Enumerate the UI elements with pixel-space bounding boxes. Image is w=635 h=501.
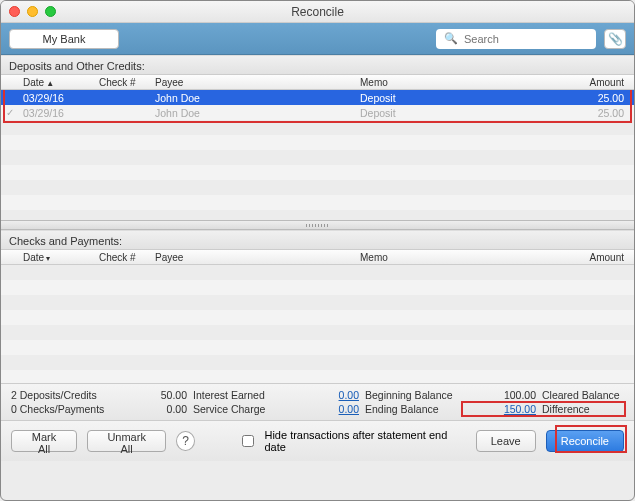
difference-label: Difference bbox=[542, 403, 635, 415]
search-icon: 🔍 bbox=[444, 32, 458, 45]
deposits-section-label: Deposits and Other Credits: bbox=[1, 55, 634, 74]
column-amount[interactable]: Amount bbox=[536, 77, 634, 88]
table-row bbox=[1, 150, 634, 165]
payments-total: 0.00 bbox=[137, 403, 187, 415]
row-amount: 25.00 bbox=[536, 92, 634, 104]
interest-value[interactable]: 0.00 bbox=[299, 389, 359, 401]
hide-transactions-label: Hide transactions after statement end da… bbox=[264, 429, 455, 453]
summary-panel: 2 Deposits/Credits 50.00 Interest Earned… bbox=[1, 383, 634, 420]
row-date: 03/29/16 bbox=[19, 92, 95, 104]
table-row bbox=[1, 120, 634, 135]
row-payee: John Doe bbox=[151, 92, 356, 104]
row-checkmark[interactable]: ✓ bbox=[1, 107, 19, 118]
table-row bbox=[1, 370, 634, 383]
deposits-total: 50.00 bbox=[137, 389, 187, 401]
table-row bbox=[1, 325, 634, 340]
window-title: Reconcile bbox=[1, 5, 634, 19]
table-row bbox=[1, 265, 634, 280]
ending-value[interactable]: 150.00 bbox=[481, 403, 536, 415]
column-memo[interactable]: Memo bbox=[356, 252, 536, 263]
beginning-label: Beginning Balance bbox=[365, 389, 475, 401]
payments-count-label: 0 Checks/Payments bbox=[11, 403, 131, 415]
hide-transactions-checkbox[interactable] bbox=[242, 435, 254, 447]
beginning-value: 100.00 bbox=[481, 389, 536, 401]
table-row[interactable]: 03/29/16John DoeDeposit25.00 bbox=[1, 90, 634, 105]
leave-button[interactable]: Leave bbox=[476, 430, 536, 452]
account-selector[interactable]: My Bank bbox=[9, 29, 119, 49]
payments-header: Date▾ Check # Payee Memo Amount bbox=[1, 249, 634, 265]
sort-asc-icon: ▲ bbox=[46, 79, 54, 88]
table-row bbox=[1, 295, 634, 310]
mark-all-button[interactable]: Mark All bbox=[11, 430, 77, 452]
table-row bbox=[1, 355, 634, 370]
pane-divider[interactable] bbox=[1, 220, 634, 230]
service-label: Service Charge bbox=[193, 403, 293, 415]
table-row bbox=[1, 310, 634, 325]
search-field[interactable]: 🔍 bbox=[436, 29, 596, 49]
help-icon: ? bbox=[182, 434, 189, 448]
deposits-table: Date▲ Check # Payee Memo Amount 03/29/16… bbox=[1, 74, 634, 220]
unmark-all-button[interactable]: Unmark All bbox=[87, 430, 166, 452]
deposits-header: Date▲ Check # Payee Memo Amount bbox=[1, 74, 634, 90]
titlebar: Reconcile bbox=[1, 1, 634, 23]
column-amount[interactable]: Amount bbox=[536, 252, 634, 263]
table-row bbox=[1, 180, 634, 195]
payments-table: Date▾ Check # Payee Memo Amount bbox=[1, 249, 634, 383]
table-row bbox=[1, 210, 634, 220]
table-row bbox=[1, 135, 634, 150]
table-row bbox=[1, 280, 634, 295]
sort-desc-icon: ▾ bbox=[46, 254, 50, 263]
deposits-count-label: 2 Deposits/Credits bbox=[11, 389, 131, 401]
row-date: 03/29/16 bbox=[19, 107, 95, 119]
row-amount: 25.00 bbox=[536, 107, 634, 119]
search-input[interactable] bbox=[464, 33, 602, 45]
row-memo: Deposit bbox=[356, 92, 536, 104]
attachment-button[interactable]: 📎 bbox=[604, 29, 626, 49]
ending-label: Ending Balance bbox=[365, 403, 475, 415]
row-payee: John Doe bbox=[151, 107, 356, 119]
interest-label: Interest Earned bbox=[193, 389, 293, 401]
footer-bar: Mark All Unmark All ? Hide transactions … bbox=[1, 420, 634, 461]
column-payee[interactable]: Payee bbox=[151, 77, 356, 88]
column-date[interactable]: Date▾ bbox=[19, 252, 95, 263]
column-payee[interactable]: Payee bbox=[151, 252, 356, 263]
help-button[interactable]: ? bbox=[176, 431, 195, 451]
row-memo: Deposit bbox=[356, 107, 536, 119]
table-row[interactable]: ✓03/29/16John DoeDeposit25.00 bbox=[1, 105, 634, 120]
column-date[interactable]: Date▲ bbox=[19, 77, 95, 88]
table-row bbox=[1, 165, 634, 180]
service-value[interactable]: 0.00 bbox=[299, 403, 359, 415]
column-memo[interactable]: Memo bbox=[356, 77, 536, 88]
column-check[interactable]: Check # bbox=[95, 252, 151, 263]
table-row bbox=[1, 340, 634, 355]
toolbar: My Bank 🔍 📎 bbox=[1, 23, 634, 55]
table-row bbox=[1, 195, 634, 210]
payments-section-label: Checks and Payments: bbox=[1, 230, 634, 249]
paperclip-icon: 📎 bbox=[608, 32, 623, 46]
reconcile-button[interactable]: Reconcile bbox=[546, 430, 624, 452]
column-check[interactable]: Check # bbox=[95, 77, 151, 88]
cleared-label: Cleared Balance bbox=[542, 389, 635, 401]
